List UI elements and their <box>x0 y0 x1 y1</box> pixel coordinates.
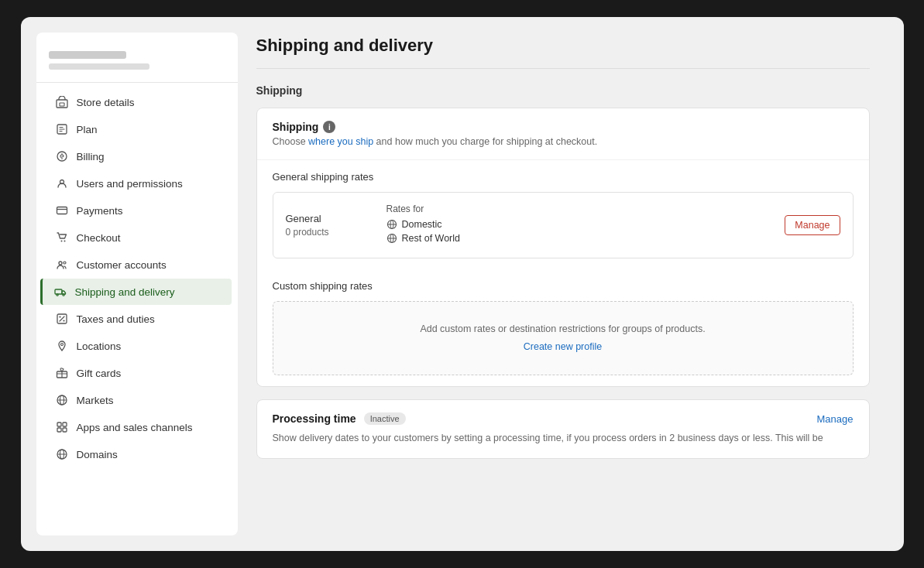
store-details-icon <box>55 95 69 109</box>
custom-rates-section: Custom shipping rates Add custom rates o… <box>257 269 869 386</box>
domains-icon <box>55 447 69 461</box>
rates-for-label: Rates for <box>386 204 778 214</box>
globe-row-icon <box>386 233 397 244</box>
shipping-card: Shipping i Choose where you ship and how… <box>256 108 870 387</box>
processing-title-row: Processing time Inactive <box>273 412 406 425</box>
sidebar-label-payments: Payments <box>77 205 123 217</box>
svg-rect-21 <box>63 428 67 432</box>
sidebar-label-taxes: Taxes and duties <box>77 313 155 325</box>
products-count: 0 products <box>286 227 386 238</box>
markets-icon <box>55 393 69 407</box>
sidebar-item-locations[interactable]: Locations <box>43 333 232 359</box>
processing-card: Processing time Inactive Manage Show del… <box>256 399 870 459</box>
sidebar-item-domains[interactable]: Domains <box>43 441 232 467</box>
plan-icon <box>55 122 69 136</box>
processing-title: Processing time <box>273 412 356 425</box>
sidebar-item-users-permissions[interactable]: Users and permissions <box>43 170 232 197</box>
shipping-card-title: Shipping i <box>273 121 854 133</box>
customer-accounts-icon <box>55 258 69 272</box>
payments-icon <box>55 204 69 217</box>
inactive-badge: Inactive <box>364 412 406 425</box>
sidebar-label-locations: Locations <box>77 340 122 352</box>
sidebar-label-users: Users and permissions <box>77 178 183 190</box>
sidebar-label-gift-cards: Gift cards <box>77 368 122 379</box>
sidebar-label-checkout: Checkout <box>77 232 121 244</box>
shipping-desc: Choose where you ship and how much you c… <box>273 136 854 147</box>
svg-rect-19 <box>63 423 67 426</box>
general-rates-title: General shipping rates <box>273 171 854 183</box>
custom-rates-empty-text: Add custom rates or destination restrict… <box>286 323 840 334</box>
svg-rect-5 <box>57 207 67 214</box>
sidebar-label-store-details: Store details <box>77 97 135 108</box>
general-label: General <box>286 213 386 224</box>
svg-rect-20 <box>57 428 61 432</box>
sidebar-item-customer-accounts[interactable]: Customer accounts <box>43 251 232 278</box>
domestic-destination: Domestic <box>386 219 778 230</box>
main-content: Shipping and delivery Shipping Shipping … <box>238 33 888 535</box>
sidebar-item-billing[interactable]: Billing <box>43 143 232 169</box>
sidebar-item-gift-cards[interactable]: Gift cards <box>43 360 232 386</box>
create-new-profile-link[interactable]: Create new profile <box>524 341 602 352</box>
svg-point-8 <box>59 262 62 265</box>
sidebar-item-plan[interactable]: Plan <box>43 116 232 142</box>
sidebar-label-plan: Plan <box>77 124 98 135</box>
apps-icon <box>55 420 69 434</box>
svg-point-7 <box>64 241 65 242</box>
where-you-ship-link[interactable]: where you ship <box>308 136 373 147</box>
sidebar-profile <box>36 45 238 83</box>
sidebar-label-apps: Apps and sales channels <box>77 422 193 433</box>
svg-point-14 <box>60 344 63 346</box>
processing-desc: Show delivery dates to your customers by… <box>273 431 854 446</box>
rates-for-col: Rates for Domestic <box>386 204 778 247</box>
processing-manage-link[interactable]: Manage <box>817 413 854 425</box>
sidebar-item-shipping-delivery[interactable]: Shipping and delivery <box>40 279 232 305</box>
processing-header: Processing time Inactive Manage <box>273 412 854 425</box>
general-rate-row: General 0 products Rates for Domestic <box>273 192 854 258</box>
custom-rates-empty: Add custom rates or destination restrict… <box>273 301 854 375</box>
shipping-card-header: Shipping i Choose where you ship and how… <box>257 108 869 160</box>
manage-col: Manage <box>778 215 840 235</box>
general-rates-section: General shipping rates General 0 product… <box>257 160 869 269</box>
locations-icon <box>55 339 69 353</box>
sidebar-item-markets[interactable]: Markets <box>43 387 232 413</box>
shipping-section-title: Shipping <box>256 84 870 97</box>
svg-point-6 <box>60 241 62 242</box>
manage-button[interactable]: Manage <box>785 215 840 235</box>
svg-point-3 <box>57 152 67 161</box>
svg-point-9 <box>64 262 66 264</box>
sidebar-label-domains: Domains <box>77 449 118 460</box>
svg-point-11 <box>56 294 57 296</box>
billing-icon <box>55 149 69 163</box>
sidebar-item-apps-sales[interactable]: Apps and sales channels <box>43 414 232 440</box>
sidebar-label-markets: Markets <box>77 395 114 406</box>
svg-rect-18 <box>57 423 61 426</box>
sidebar-label-shipping: Shipping and delivery <box>75 286 175 298</box>
shipping-title-text: Shipping <box>273 121 319 133</box>
taxes-icon <box>55 312 69 326</box>
page-title: Shipping and delivery <box>256 33 870 56</box>
profile-name <box>49 51 126 59</box>
rest-of-world-destination: Rest of World <box>386 233 778 244</box>
rest-of-world-label: Rest of World <box>402 233 461 244</box>
gift-cards-icon <box>55 366 69 380</box>
users-icon <box>55 176 69 190</box>
profile-email <box>49 63 149 70</box>
custom-rates-title: Custom shipping rates <box>273 280 854 292</box>
sidebar-label-billing: Billing <box>77 151 105 163</box>
app-window: Store details Plan Billing Users and per… <box>21 17 904 551</box>
sidebar: Store details Plan Billing Users and per… <box>36 33 238 535</box>
domestic-label: Domestic <box>402 219 442 230</box>
globe-domestic-icon <box>386 219 397 230</box>
sidebar-item-taxes[interactable]: Taxes and duties <box>43 306 232 332</box>
info-icon[interactable]: i <box>323 121 335 133</box>
sidebar-item-payments[interactable]: Payments <box>43 197 232 224</box>
checkout-icon <box>55 231 69 245</box>
rate-general-col: General 0 products <box>286 213 386 238</box>
sidebar-item-store-details[interactable]: Store details <box>43 89 232 115</box>
shipping-icon <box>53 285 67 299</box>
svg-point-12 <box>62 294 64 296</box>
divider <box>256 68 870 69</box>
sidebar-item-checkout[interactable]: Checkout <box>43 224 232 251</box>
svg-rect-1 <box>60 103 64 106</box>
sidebar-label-customer-accounts: Customer accounts <box>77 259 167 271</box>
